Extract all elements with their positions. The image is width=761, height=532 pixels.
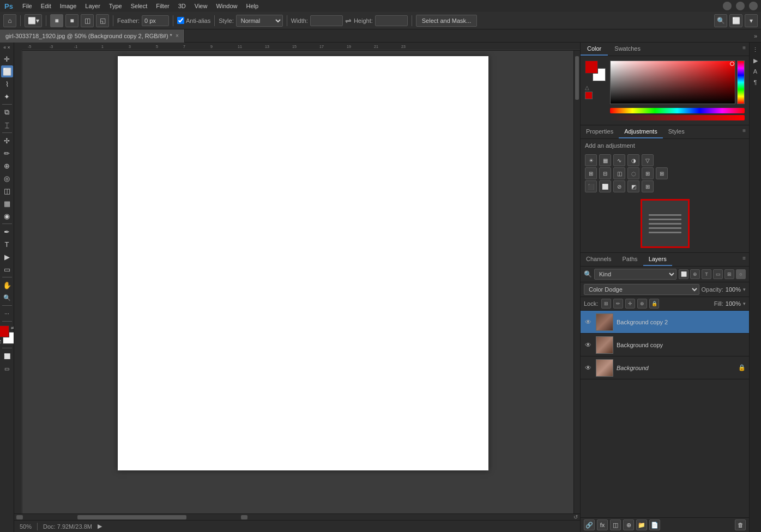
- layer-visibility-0[interactable]: 👁: [584, 318, 593, 327]
- more-tools[interactable]: ···: [1, 307, 13, 319]
- foreground-color-swatch[interactable]: [0, 325, 9, 337]
- layers-filter-select[interactable]: Kind Name Effect Mode: [594, 269, 677, 280]
- swatches-tab[interactable]: Swatches: [608, 43, 647, 56]
- scrollbar-vertical[interactable]: [573, 51, 580, 513]
- workspace-menu-btn[interactable]: ▾: [745, 14, 758, 27]
- gradient-map-icon[interactable]: ◩: [627, 180, 639, 192]
- lock-pixels-btn[interactable]: ✏: [613, 299, 623, 309]
- filter-text-btn[interactable]: T: [702, 269, 711, 279]
- layers-panel-options[interactable]: ≡: [739, 253, 749, 266]
- add-mask-btn[interactable]: ◫: [610, 519, 621, 530]
- workspace-btn[interactable]: ⬜: [729, 14, 742, 27]
- canvas-viewport[interactable]: [22, 51, 573, 513]
- close-btn[interactable]: [749, 2, 758, 10]
- posterize-icon[interactable]: ⬜: [599, 180, 611, 192]
- styles-tab[interactable]: Styles: [663, 125, 690, 138]
- width-input[interactable]: [310, 15, 343, 26]
- menu-edit[interactable]: Edit: [37, 2, 55, 10]
- mode-btn-1[interactable]: ■: [50, 14, 63, 27]
- adj-panel-options[interactable]: ≡: [739, 125, 749, 138]
- menu-image[interactable]: Image: [56, 2, 81, 10]
- healing-tool[interactable]: ✢: [1, 135, 13, 147]
- color-field[interactable]: [610, 61, 735, 104]
- delete-layer-btn[interactable]: 🗑: [735, 519, 746, 530]
- scrollbar-horizontal[interactable]: ↺: [14, 513, 580, 520]
- scrollbar-thumb-h[interactable]: [77, 515, 186, 519]
- fill-value[interactable]: 100%: [726, 300, 741, 307]
- scroll-right-btn[interactable]: [241, 515, 247, 519]
- screen-mode-btn[interactable]: ▭: [1, 362, 13, 374]
- eraser-tool[interactable]: ◫: [1, 185, 13, 197]
- new-fill-adj-btn[interactable]: ⊕: [623, 519, 634, 530]
- spectrum-bar[interactable]: [737, 61, 745, 104]
- history-brush[interactable]: ◎: [1, 172, 13, 184]
- hue-slider[interactable]: [610, 108, 745, 113]
- vibrance-icon[interactable]: ▽: [642, 154, 654, 166]
- feather-input[interactable]: [142, 15, 169, 26]
- layers-tab[interactable]: Layers: [643, 253, 672, 266]
- brightness-icon[interactable]: ☀: [585, 154, 597, 166]
- select-mask-btn[interactable]: Select and Mask...: [416, 15, 478, 27]
- opacity-value[interactable]: 100%: [726, 286, 741, 293]
- scroll-left-btn[interactable]: [16, 515, 23, 519]
- hue-sat-icon[interactable]: ⊞: [585, 167, 597, 179]
- gradient-tool[interactable]: ▦: [1, 197, 13, 209]
- filter-adjustment-btn[interactable]: ⊕: [690, 269, 700, 279]
- panel-toggle-btn[interactable]: »: [750, 29, 761, 43]
- new-group-btn[interactable]: 📁: [636, 519, 647, 530]
- color-lookup-icon[interactable]: ⊞: [656, 167, 668, 179]
- brush-tool[interactable]: ✏: [1, 147, 13, 159]
- blend-mode-select[interactable]: Color Dodge Normal Multiply Screen Overl…: [584, 284, 699, 295]
- menu-window[interactable]: Window: [212, 2, 241, 10]
- tools-close[interactable]: ×: [7, 45, 10, 50]
- antialias-checkbox[interactable]: [177, 17, 184, 24]
- menu-file[interactable]: File: [19, 2, 36, 10]
- fg-color-picker[interactable]: [585, 61, 598, 74]
- hand-tool[interactable]: ✋: [1, 279, 13, 291]
- document-tab[interactable]: girl-3033718_1920.jpg @ 50% (Background …: [0, 29, 185, 43]
- menu-help[interactable]: Help: [243, 2, 263, 10]
- fg-bg-colors[interactable]: ◩ ⇌: [0, 325, 14, 344]
- menu-type[interactable]: Type: [105, 2, 126, 10]
- selective-color-icon[interactable]: ⊞: [642, 180, 654, 192]
- layer-visibility-2[interactable]: 👁: [584, 364, 593, 372]
- style-select[interactable]: Normal Fixed Ratio Fixed Size: [236, 15, 283, 27]
- link-layers-btn[interactable]: 🔗: [584, 519, 595, 530]
- lock-artboard-btn[interactable]: ⊕: [637, 299, 647, 309]
- menu-3d[interactable]: 3D: [174, 2, 190, 10]
- curves-icon[interactable]: ∿: [613, 154, 625, 166]
- color-tab[interactable]: Color: [581, 43, 608, 56]
- bw-icon[interactable]: ◫: [613, 167, 625, 179]
- lock-transparent-btn[interactable]: ⊞: [601, 299, 611, 309]
- move-tool[interactable]: ✛: [1, 53, 13, 65]
- shape-tool[interactable]: ▭: [1, 263, 13, 275]
- swap-icon[interactable]: ⇌: [345, 16, 352, 25]
- color-balance-icon[interactable]: ⊟: [599, 167, 611, 179]
- scrollbar-thumb-v[interactable]: [575, 56, 579, 100]
- mode-btn-3[interactable]: ◫: [81, 14, 94, 27]
- menu-filter[interactable]: Filter: [152, 2, 173, 10]
- properties-tab[interactable]: Properties: [581, 125, 619, 138]
- tab-close-btn[interactable]: ×: [176, 33, 179, 39]
- fg-bg-picker[interactable]: [585, 61, 606, 81]
- default-colors-icon[interactable]: ◩: [0, 339, 2, 344]
- text-tool[interactable]: T: [1, 238, 13, 250]
- exposure-icon[interactable]: ◑: [627, 154, 639, 166]
- invert-icon[interactable]: ⬛: [585, 180, 597, 192]
- mode-btn-4[interactable]: ◱: [96, 14, 109, 27]
- filter-smart-btn[interactable]: ⊞: [724, 269, 734, 279]
- dodge-tool[interactable]: ◉: [1, 210, 13, 222]
- layer-item-1[interactable]: 👁 Background copy: [581, 334, 749, 356]
- levels-icon[interactable]: ▦: [599, 154, 611, 166]
- maximize-btn[interactable]: [736, 2, 745, 10]
- path-select-tool[interactable]: ▶: [1, 251, 13, 263]
- layer-item-0[interactable]: 👁 Background copy 2: [581, 311, 749, 334]
- alpha-slider[interactable]: [610, 115, 745, 120]
- home-btn[interactable]: ⌂: [3, 14, 16, 27]
- new-layer-btn[interactable]: 📄: [649, 519, 660, 530]
- lock-all-btn[interactable]: 🔒: [649, 299, 659, 309]
- side-icon-text[interactable]: A: [751, 66, 760, 76]
- tools-collapse[interactable]: «: [3, 45, 6, 50]
- filter-pixel-btn[interactable]: ⬜: [679, 269, 688, 279]
- marquee-tool[interactable]: ⬜: [1, 65, 13, 77]
